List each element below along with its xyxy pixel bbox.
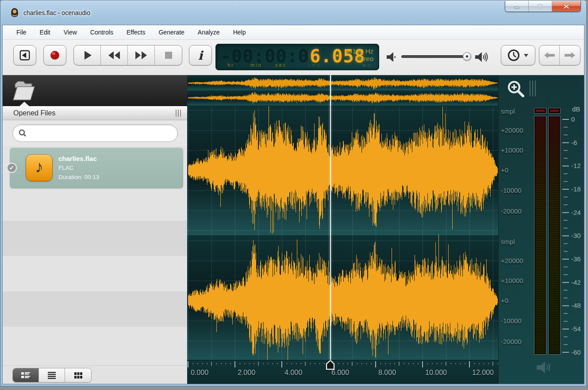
record-icon xyxy=(49,50,61,61)
ruler-label: 4.000 xyxy=(284,369,302,377)
grid-view-button[interactable] xyxy=(65,368,91,382)
level-meter-panel: dB0-6-12-18-24-30-36-42-48-54-60 smpl+20… xyxy=(498,75,584,384)
minimize-icon xyxy=(514,4,520,9)
menu-view[interactable]: View xyxy=(58,27,83,38)
app-window: charlies.flac - ocenaudio File Edit View… xyxy=(0,0,587,386)
menu-analyze[interactable]: Analyze xyxy=(192,27,226,38)
ruler-label: 12.000 xyxy=(472,369,494,377)
zoom-in-icon[interactable] xyxy=(506,79,527,100)
amplitude-scale-label: -10000 xyxy=(501,317,532,325)
ruler-label: 8.000 xyxy=(378,369,396,377)
svg-text:-36: -36 xyxy=(571,255,581,263)
stop-button[interactable] xyxy=(155,46,182,65)
panel-header: Opened Files xyxy=(3,106,187,120)
menu-controls[interactable]: Controls xyxy=(85,27,119,38)
waveform-editor: 0.0002.0004.0006.0008.00010.00012.000 xyxy=(187,75,498,384)
forward-button[interactable] xyxy=(560,46,580,65)
svg-text:-18: -18 xyxy=(571,185,581,193)
overview-waveform[interactable] xyxy=(187,75,498,106)
time-ruler[interactable]: 0.0002.0004.0006.0008.00010.00012.000 xyxy=(187,360,498,384)
transport-group xyxy=(73,45,182,65)
info-button[interactable]: i xyxy=(189,45,212,65)
menu-effects[interactable]: Effects xyxy=(121,27,151,38)
svg-text:-24: -24 xyxy=(571,209,581,216)
file-item-charlies[interactable]: ✓ ♪ charlies.flac FLAC Duration: 00:13 xyxy=(10,148,183,188)
toolbar: i -00:00:0 6.058 44100 Hz stereo hr min … xyxy=(3,40,584,75)
file-format: FLAC xyxy=(58,163,99,172)
volume-slider-track[interactable] xyxy=(401,55,471,58)
client-area: File Edit View Controls Effects Generate… xyxy=(2,25,584,384)
skip-to-start-icon xyxy=(18,49,31,62)
sidebar-tab-strip xyxy=(3,75,187,106)
amplitude-scale-label: smpl xyxy=(501,107,532,115)
meter-panel-grip-handle[interactable] xyxy=(530,80,537,96)
forward-arrow-icon xyxy=(564,51,576,59)
level-meter-left xyxy=(534,116,546,355)
clip-indicator-left xyxy=(534,108,546,114)
back-button[interactable] xyxy=(539,46,560,65)
record-button[interactable] xyxy=(43,45,66,65)
view-mode-bar xyxy=(3,365,187,384)
svg-text:-60: -60 xyxy=(571,348,581,356)
svg-text:-48: -48 xyxy=(571,302,581,309)
amplitude-scale-label: +20000 xyxy=(501,257,532,264)
sample-rate: 44100 Hz xyxy=(345,47,373,55)
monitor-speaker-icon[interactable] xyxy=(536,360,557,375)
unit-hr: hr xyxy=(227,62,234,68)
menu-file[interactable]: File xyxy=(11,27,32,38)
app-icon xyxy=(10,8,19,18)
menu-edit[interactable]: Edit xyxy=(34,27,56,38)
amplitude-scale-label: +0 xyxy=(501,166,532,174)
window-title: charlies.flac - ocenaudio xyxy=(23,9,90,16)
search-input[interactable] xyxy=(27,126,177,140)
unit-smpl: smpl xyxy=(308,62,323,68)
volume-slider-thumb[interactable] xyxy=(463,52,471,61)
active-tab-notch xyxy=(19,102,29,106)
svg-text:-54: -54 xyxy=(571,325,581,333)
amplitude-scale-label: +10000 xyxy=(501,146,532,154)
list-stripe xyxy=(3,291,187,327)
ruler-label: 0.000 xyxy=(191,369,208,377)
clip-indicator-right xyxy=(548,108,561,114)
skip-to-start-button[interactable] xyxy=(13,45,36,65)
titlebar[interactable]: charlies.flac - ocenaudio xyxy=(0,0,586,25)
playhead-cursor[interactable] xyxy=(330,75,331,360)
file-name: charlies.flac xyxy=(58,154,99,163)
menu-help[interactable]: Help xyxy=(227,27,252,38)
channel-mode: stereo xyxy=(345,55,373,62)
back-arrow-icon xyxy=(544,51,555,59)
play-icon xyxy=(81,49,93,61)
ruler-label: 10.000 xyxy=(425,369,447,377)
minimize-button[interactable] xyxy=(505,1,529,12)
play-button[interactable] xyxy=(74,46,101,65)
detail-view-button[interactable] xyxy=(13,368,39,382)
fast-forward-button[interactable] xyxy=(128,46,155,65)
time-format-dropdown-button[interactable] xyxy=(501,45,535,65)
ruler-label: 2.000 xyxy=(238,369,255,377)
rewind-button[interactable] xyxy=(101,46,128,65)
list-view-button[interactable] xyxy=(39,368,65,382)
time-display[interactable]: -00:00:0 6.058 44100 Hz stereo hr min se… xyxy=(215,44,379,70)
sidebar: Opened Files xyxy=(3,75,187,384)
opened-files-folder-icon[interactable] xyxy=(12,78,37,103)
search-row xyxy=(3,120,187,146)
menu-generate[interactable]: Generate xyxy=(153,27,190,38)
main-area: Opened Files xyxy=(3,75,584,384)
maximize-button[interactable] xyxy=(529,1,552,12)
unit-min: min xyxy=(250,62,262,68)
search-icon xyxy=(18,129,27,138)
close-icon xyxy=(563,4,570,9)
volume-high-icon xyxy=(474,50,489,64)
svg-text:-42: -42 xyxy=(571,279,581,286)
amplitude-scale-label: +0 xyxy=(501,297,532,304)
panel-grip-handle[interactable] xyxy=(176,110,182,117)
file-duration: Duration: 00:13 xyxy=(58,172,99,182)
svg-text:-6: -6 xyxy=(571,139,577,146)
info-icon: i xyxy=(198,49,203,62)
panel-title: Opened Files xyxy=(3,109,55,117)
waveform-canvas[interactable] xyxy=(187,106,498,360)
svg-text:dB: dB xyxy=(572,105,580,113)
level-meter-right xyxy=(548,116,561,355)
close-button[interactable] xyxy=(552,1,580,12)
rewind-icon xyxy=(107,50,121,61)
